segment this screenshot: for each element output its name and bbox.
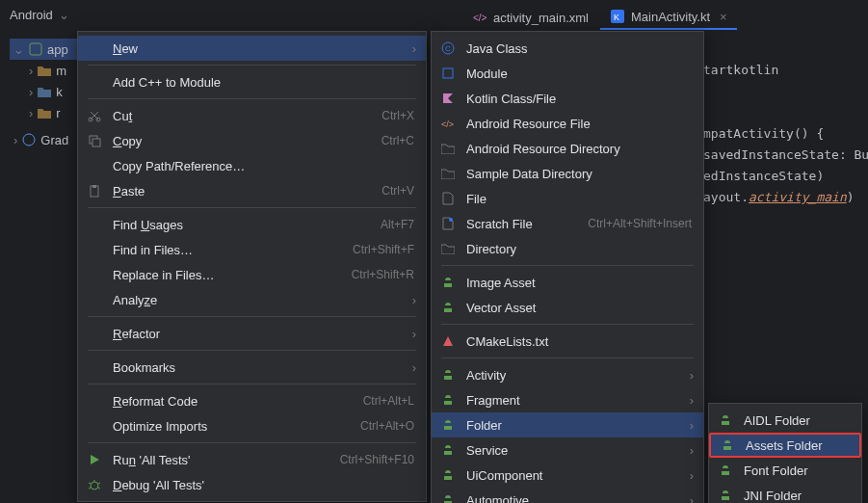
editor-content[interactable]: tartkotlin mpatActivity() { savedInstanc… — [703, 39, 868, 208]
tree-node[interactable]: › m — [10, 60, 77, 81]
folder-icon — [439, 243, 457, 254]
menu-separator — [88, 65, 416, 66]
menu-item-scratch[interactable]: Scratch FileCtrl+Alt+Shift+Insert — [432, 211, 703, 236]
menu-separator — [441, 265, 694, 266]
chevron-right-icon: › — [690, 443, 694, 458]
menu-item-replace-in-files[interactable]: Replace in Files…Ctrl+Shift+R — [78, 262, 426, 287]
menu-item-image-asset[interactable]: Image Asset — [432, 270, 703, 295]
menu-item-find-in-files[interactable]: Find in Files…Ctrl+Shift+F — [78, 237, 426, 262]
menu-item-assets-folder[interactable]: Assets Folder — [709, 433, 861, 458]
menu-item-fragment[interactable]: Fragment› — [432, 387, 703, 412]
android-icon — [439, 368, 457, 382]
menu-item-optimize-imports[interactable]: Optimize ImportsCtrl+Alt+O — [78, 413, 426, 438]
folder-submenu: AIDL Folder Assets Folder Font Folder JN… — [708, 403, 862, 503]
module-icon — [439, 66, 457, 80]
run-icon — [86, 454, 103, 465]
file-icon — [439, 192, 457, 205]
menu-item-font-folder[interactable]: Font Folder — [709, 458, 861, 483]
paste-icon — [86, 184, 103, 198]
chevron-right-icon: › — [29, 64, 33, 78]
svg-point-16 — [449, 218, 453, 222]
menu-separator — [88, 98, 416, 99]
chevron-right-icon: › — [412, 327, 416, 341]
menu-item-service[interactable]: Service› — [432, 437, 703, 463]
menu-item-folder[interactable]: Folder› — [432, 412, 703, 437]
svg-point-1 — [23, 134, 35, 146]
menu-item-jni-folder[interactable]: JNI Folder — [709, 483, 861, 503]
menu-separator — [88, 442, 416, 443]
tree-node[interactable]: › k — [10, 81, 77, 102]
tree-label: app — [47, 42, 68, 57]
chevron-right-icon: › — [29, 85, 33, 99]
chevron-right-icon: › — [690, 418, 694, 433]
svg-rect-8 — [92, 139, 100, 146]
menu-item-resource-dir[interactable]: Android Resource Directory — [432, 136, 703, 161]
copy-icon — [86, 134, 103, 147]
chevron-right-icon: › — [412, 41, 416, 56]
tree-label: k — [56, 85, 63, 99]
project-view-selector[interactable]: Android — [10, 8, 53, 22]
menu-item-vector-asset[interactable]: Vector Asset — [432, 295, 703, 320]
android-icon — [439, 301, 457, 314]
menu-item-uicomponent[interactable]: UiComponent› — [432, 463, 703, 488]
close-icon[interactable]: × — [720, 10, 727, 24]
menu-item-java-class[interactable]: CJava Class — [432, 36, 703, 61]
tree-node-app[interactable]: ⌄ app — [10, 39, 77, 60]
tree-node-gradle[interactable]: › Grad — [10, 129, 77, 150]
menu-item-debug[interactable]: Debug 'All Tests' — [78, 472, 426, 497]
menu-item-copy[interactable]: CopyCtrl+C — [78, 128, 426, 153]
menu-item-activity[interactable]: Activity› — [432, 362, 703, 387]
android-icon — [439, 276, 457, 289]
menu-item-kotlin-class[interactable]: Kotlin Class/File — [432, 86, 703, 111]
menu-separator — [441, 357, 694, 358]
tree-node[interactable]: › r — [10, 102, 77, 123]
menu-item-new[interactable]: New› — [78, 36, 426, 61]
menu-item-run[interactable]: Run 'All Tests'Ctrl+Shift+F10 — [78, 447, 426, 472]
menu-item-aidl-folder[interactable]: AIDL Folder — [709, 408, 861, 433]
svg-rect-14 — [443, 68, 453, 78]
project-tree[interactable]: ⌄ app › m › k › r › Grad — [10, 39, 77, 150]
chevron-down-icon: ⌄ — [59, 8, 69, 22]
kotlin-icon — [439, 92, 457, 105]
android-icon — [439, 468, 457, 482]
folder-icon — [37, 84, 52, 99]
xml-icon: </> — [439, 117, 457, 130]
android-icon — [717, 489, 734, 502]
chevron-right-icon: › — [29, 106, 33, 120]
menu-item-automotive[interactable]: Automotive› — [432, 488, 703, 503]
menu-item-sample-data[interactable]: Sample Data Directory — [432, 161, 703, 186]
tab-activity-xml[interactable]: </> activity_main.xml — [462, 6, 598, 29]
debug-icon — [86, 478, 103, 491]
svg-text:C: C — [445, 44, 451, 53]
menu-separator — [88, 316, 416, 317]
tree-label: Grad — [40, 133, 68, 147]
svg-text:K: K — [614, 13, 619, 22]
new-submenu: CJava Class Module Kotlin Class/File </>… — [431, 31, 704, 503]
menu-item-file[interactable]: File — [432, 186, 703, 211]
menu-item-copy-path[interactable]: Copy Path/Reference… — [78, 153, 426, 178]
menu-item-cmake[interactable]: CMakeLists.txt — [432, 329, 703, 354]
folder-icon — [37, 105, 52, 120]
menu-item-analyze[interactable]: Analyze› — [78, 287, 426, 312]
menu-item-cut[interactable]: CutCtrl+X — [78, 103, 426, 128]
menu-item-refactor[interactable]: Refactor› — [78, 321, 426, 346]
menu-item-bookmarks[interactable]: Bookmarks› — [78, 355, 426, 380]
menu-item-resource-file[interactable]: </>Android Resource File — [432, 111, 703, 136]
tab-mainactivity-kt[interactable]: K MainActivity.kt × — [600, 5, 737, 30]
chevron-right-icon: › — [690, 493, 694, 504]
menu-item-paste[interactable]: PasteCtrl+V — [78, 178, 426, 203]
menu-item-reformat[interactable]: Reformat CodeCtrl+Alt+L — [78, 388, 426, 413]
svg-text:</>: </> — [473, 13, 487, 23]
android-icon — [717, 413, 734, 427]
menu-separator — [88, 384, 416, 384]
menu-item-find-usages[interactable]: Find UsagesAlt+F7 — [78, 212, 426, 237]
menu-item-module[interactable]: Module — [432, 61, 703, 86]
menu-item-add-cpp[interactable]: Add C++ to Module — [78, 69, 426, 94]
android-icon — [439, 418, 457, 432]
java-class-icon: C — [439, 41, 457, 55]
editor-tabs: </> activity_main.xml K MainActivity.kt … — [462, 4, 737, 31]
android-icon — [719, 438, 736, 452]
folder-icon — [37, 63, 52, 78]
gradle-icon — [21, 132, 37, 147]
menu-item-directory[interactable]: Directory — [432, 236, 703, 261]
